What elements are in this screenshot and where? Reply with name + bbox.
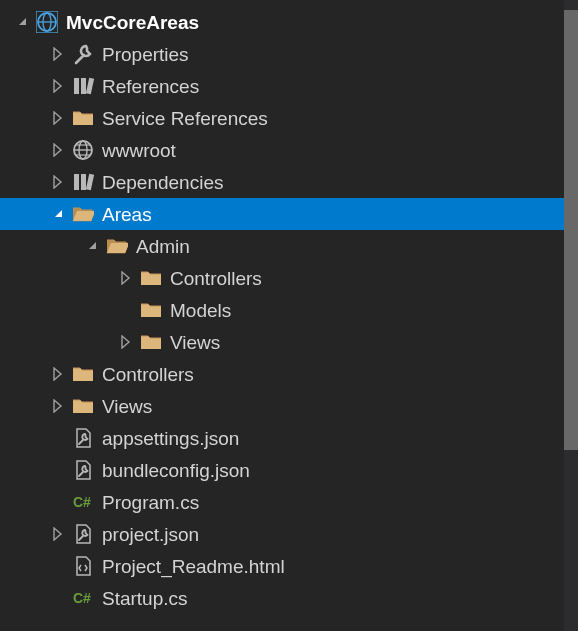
folder-open-icon <box>72 203 94 225</box>
tree-item-label: MvcCoreAreas <box>66 13 199 32</box>
tree-item-references[interactable]: References <box>0 70 578 102</box>
tree-item-admin-models[interactable]: Models <box>0 294 578 326</box>
references-icon <box>72 75 94 97</box>
chevron-right-icon[interactable] <box>52 79 66 93</box>
chevron-right-icon[interactable] <box>52 143 66 157</box>
tree-item-label: References <box>102 77 199 96</box>
cs-icon <box>72 587 94 609</box>
json-icon <box>72 459 94 481</box>
tree-item-label: Views <box>102 397 152 416</box>
tree-item-project-readme[interactable]: Project_Readme.html <box>0 550 578 582</box>
folder-icon <box>72 363 94 385</box>
folder-icon <box>72 107 94 129</box>
tree-item-dependencies[interactable]: Dependencies <box>0 166 578 198</box>
chevron-right-icon[interactable] <box>120 335 134 349</box>
scrollbar-thumb[interactable] <box>564 10 578 450</box>
folder-icon <box>140 331 162 353</box>
tree-item-startup-cs[interactable]: Startup.cs <box>0 582 578 614</box>
web-app-icon <box>36 11 58 33</box>
chevron-right-icon[interactable] <box>52 527 66 541</box>
tree-item-root[interactable]: MvcCoreAreas <box>0 6 578 38</box>
chevron-down-icon[interactable] <box>52 207 66 221</box>
chevron-right-icon[interactable] <box>52 367 66 381</box>
folder-icon <box>140 267 162 289</box>
tree-item-admin-views[interactable]: Views <box>0 326 578 358</box>
folder-icon <box>72 395 94 417</box>
tree-item-label: Views <box>170 333 220 352</box>
tree-item-label: Dependencies <box>102 173 223 192</box>
tree-item-label: Admin <box>136 237 190 256</box>
tree-item-program-cs[interactable]: Program.cs <box>0 486 578 518</box>
tree-item-label: Controllers <box>170 269 262 288</box>
references-icon <box>72 171 94 193</box>
solution-explorer-tree[interactable]: MvcCoreAreas Properties References Servi… <box>0 0 578 614</box>
chevron-right-icon[interactable] <box>52 47 66 61</box>
wrench-icon <box>72 43 94 65</box>
tree-item-label: Areas <box>102 205 152 224</box>
json-icon <box>72 427 94 449</box>
folder-open-icon <box>106 235 128 257</box>
tree-item-wwwroot[interactable]: wwwroot <box>0 134 578 166</box>
tree-item-bundleconfig[interactable]: bundleconfig.json <box>0 454 578 486</box>
tree-item-label: Service References <box>102 109 268 128</box>
tree-item-properties[interactable]: Properties <box>0 38 578 70</box>
chevron-down-icon[interactable] <box>16 15 30 29</box>
tree-item-project-json[interactable]: project.json <box>0 518 578 550</box>
tree-item-label: Models <box>170 301 231 320</box>
chevron-right-icon[interactable] <box>52 111 66 125</box>
cs-icon <box>72 491 94 513</box>
globe-icon <box>72 139 94 161</box>
chevron-right-icon[interactable] <box>52 399 66 413</box>
tree-item-label: appsettings.json <box>102 429 239 448</box>
tree-item-label: Program.cs <box>102 493 199 512</box>
chevron-down-icon[interactable] <box>86 239 100 253</box>
tree-item-admin[interactable]: Admin <box>0 230 578 262</box>
tree-item-areas[interactable]: Areas <box>0 198 578 230</box>
tree-item-label: project.json <box>102 525 199 544</box>
tree-item-appsettings[interactable]: appsettings.json <box>0 422 578 454</box>
tree-item-service-references[interactable]: Service References <box>0 102 578 134</box>
tree-item-label: bundleconfig.json <box>102 461 250 480</box>
tree-item-admin-controllers[interactable]: Controllers <box>0 262 578 294</box>
tree-item-label: Controllers <box>102 365 194 384</box>
tree-item-label: Startup.cs <box>102 589 188 608</box>
chevron-right-icon[interactable] <box>120 271 134 285</box>
json-icon <box>72 523 94 545</box>
folder-icon <box>140 299 162 321</box>
tree-item-controllers[interactable]: Controllers <box>0 358 578 390</box>
vertical-scrollbar[interactable] <box>564 0 578 631</box>
tree-item-label: Project_Readme.html <box>102 557 285 576</box>
html-icon <box>72 555 94 577</box>
tree-item-views[interactable]: Views <box>0 390 578 422</box>
tree-item-label: Properties <box>102 45 189 64</box>
chevron-right-icon[interactable] <box>52 175 66 189</box>
tree-item-label: wwwroot <box>102 141 176 160</box>
